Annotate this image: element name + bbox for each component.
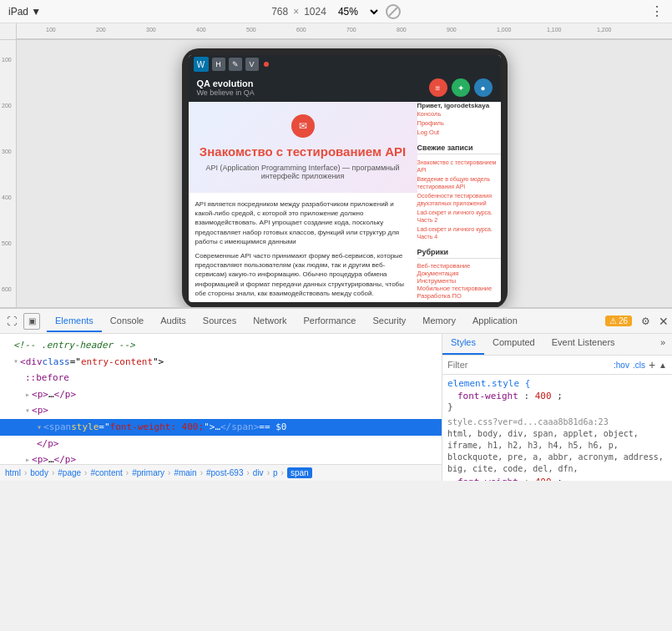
breadcrumb-span[interactable]: span [287, 467, 312, 478]
expand-arrow-5[interactable] [25, 453, 30, 464]
breadcrumb-content[interactable]: #content [90, 468, 122, 477]
breadcrumb-post[interactable]: #post-693 [206, 468, 243, 477]
sidebar-cat-3[interactable]: Инструменты [417, 277, 457, 285]
styles-panel-tabs: Styles Computed Event Listeners » [442, 334, 672, 356]
tab-performance[interactable]: Performance [296, 310, 365, 332]
tree-line-span-selected[interactable]: <span style="font-weight: 400;">…</span>… [0, 419, 442, 436]
hero-title: Знакомство с тестированием API [200, 144, 406, 159]
sidebar-post-5[interactable]: Lad-секрет и личного курса. Часть 4 [417, 226, 493, 240]
devtools-device-button[interactable]: ▣ [23, 313, 40, 330]
filter-cls-button[interactable]: .cls [633, 361, 645, 370]
nav-icon-menu[interactable]: ≡ [429, 78, 447, 97]
sidebar-post-2[interactable]: Введение в общую модель тестирования API [417, 176, 491, 189]
elements-tree[interactable]: <!-- .entry-header --> <div class="entry… [0, 334, 442, 464]
expand-arrow-4[interactable] [37, 421, 42, 434]
tab-security[interactable]: Security [364, 310, 414, 332]
expand-arrow-2[interactable] [25, 388, 30, 401]
sidebar: Привет, igorodetskaya Консоль Профиль Lo… [417, 102, 501, 302]
site-header: QA evolution We believe in QA ≡ ✦ ● [189, 73, 501, 102]
sidebar-cat-4[interactable]: Мобильное тестирование [417, 285, 493, 292]
browser-viewport: W H ✎ V QA evolution We believe in QA ≡ … [17, 40, 672, 307]
sidebar-cat-5[interactable]: Разработка ПО [417, 292, 462, 300]
devtools-close-button[interactable]: ✕ [659, 315, 669, 328]
tab-styles-more[interactable]: » [654, 334, 672, 355]
tree-line-before[interactable]: ::before [0, 370, 442, 386]
expand-arrow-3[interactable] [25, 404, 30, 417]
breadcrumb-html[interactable]: html [5, 468, 21, 477]
sidebar-user: Привет, igorodetskaya Консоль Профиль Lo… [417, 102, 501, 137]
filter-hov-button[interactable]: :hov [614, 361, 629, 370]
element-style-selector: element.style { [447, 378, 667, 389]
tree-line-p-close[interactable]: </p> [0, 436, 442, 452]
sidebar-user-links: Консоль Профиль Log Out [417, 109, 501, 137]
sidebar-link-console[interactable]: Консоль [417, 110, 442, 118]
device-height: 1024 [304, 6, 326, 18]
breadcrumb-page[interactable]: #page [58, 468, 81, 477]
nav-icon-search[interactable]: ✦ [452, 78, 470, 97]
tree-line-p-dots-2[interactable]: <p>…</p> [0, 452, 442, 464]
wp-edit-icon: ✎ [229, 58, 242, 71]
tab-elements[interactable]: Elements [47, 310, 102, 332]
sidebar-cats-title: Рубрики [417, 248, 501, 259]
more-options-button[interactable]: ⋮ [650, 4, 664, 18]
wp-visit-icon: V [245, 58, 259, 71]
styles-content: element.style { font-weight : 400 ; } st… [442, 375, 672, 481]
tree-line-comment[interactable]: <!-- .entry-header --> [0, 337, 442, 354]
wp-logo-icon: W [194, 57, 209, 72]
style-link-1[interactable]: style.css?ver=d...caaa8b81d6a:23 [447, 417, 667, 427]
devtools-settings-button[interactable]: ⚙ [637, 313, 654, 330]
element-style-close: } [447, 401, 667, 412]
devtools-inspect-button[interactable]: ⛶ [3, 313, 20, 330]
zoom-select[interactable]: 45% 50% 75% 100% [331, 4, 381, 19]
top-ruler: 100 200 300 400 500 600 700 800 900 1,00… [17, 23, 672, 39]
no-throttle-icon [386, 4, 401, 19]
hero-icon: ✉ [291, 114, 315, 138]
sidebar-post-1[interactable]: Знакомство с тестированием API [417, 159, 497, 173]
sidebar-link-logout[interactable]: Log Out [417, 129, 440, 136]
tree-line-div-entry-content[interactable]: <div class="entry-content"> [0, 354, 442, 371]
tab-console[interactable]: Console [102, 310, 152, 332]
ipad-screen: W H ✎ V QA evolution We believe in QA ≡ … [189, 55, 501, 302]
left-ruler: 100 200 300 400 500 600 [0, 40, 17, 307]
expand-arrow-1[interactable] [13, 355, 18, 368]
sidebar-categories: Веб-тестирование Документация Инструмент… [417, 262, 501, 300]
sidebar-cat-1[interactable]: Веб-тестирование [417, 262, 471, 270]
elements-panel: <!-- .entry-header --> <div class="entry… [0, 334, 442, 481]
device-selector[interactable]: iPad ▼ [8, 6, 41, 18]
tab-event-listeners[interactable]: Event Listeners [543, 334, 624, 355]
element-style-prop[interactable]: font-weight : 400 ; [447, 391, 667, 401]
tab-styles[interactable]: Styles [442, 334, 484, 355]
breadcrumb-div[interactable]: div [253, 468, 264, 477]
tab-computed[interactable]: Computed [484, 334, 543, 355]
sidebar-cat-2[interactable]: Документация [417, 270, 459, 277]
sidebar-post-3[interactable]: Особенности тестирования двухэтапных при… [417, 193, 492, 206]
nav-icon-user[interactable]: ● [474, 78, 493, 97]
tab-sources[interactable]: Sources [195, 310, 245, 332]
styles-filter-input[interactable] [447, 360, 610, 370]
article-para1: API является посредником между разработч… [195, 199, 411, 246]
dimension-separator: × [293, 6, 299, 18]
tab-memory[interactable]: Memory [414, 310, 464, 332]
site-logo: QA evolution [197, 78, 255, 88]
device-width: 768 [271, 6, 288, 18]
sidebar-post-4[interactable]: Lad-секрет и личного курса. Часть 2 [417, 209, 493, 223]
breadcrumb-p[interactable]: p [273, 468, 278, 477]
ruler-corner [0, 23, 17, 39]
tab-network[interactable]: Network [245, 310, 295, 332]
tab-application[interactable]: Application [464, 310, 526, 332]
tab-audits[interactable]: Audits [152, 310, 195, 332]
styles-panel: Styles Computed Event Listeners » :hov .… [442, 334, 672, 481]
tree-line-p-open[interactable]: <p> [0, 402, 442, 419]
filter-add-button[interactable]: + [649, 358, 655, 371]
breadcrumb-primary[interactable]: #primary [132, 468, 164, 477]
breadcrumb-main[interactable]: #main [174, 468, 196, 477]
warning-badge: ⚠ 26 [605, 316, 632, 326]
ipad-frame: W H ✎ V QA evolution We believe in QA ≡ … [182, 48, 508, 307]
styles-scroll-up[interactable]: ▲ [659, 361, 667, 370]
sidebar-link-profile[interactable]: Профиль [417, 119, 444, 127]
tree-line-p-dots-1[interactable]: <p>…</p> [0, 386, 442, 403]
devtools-panel: ⛶ ▣ Elements Console Audits Sources Netw… [0, 307, 672, 481]
breadcrumb-body[interactable]: body [30, 468, 48, 477]
sidebar-recent-posts: Знакомство с тестированием API Введение … [417, 158, 501, 241]
reset-style-prop[interactable]: font-weight : 400 ; [447, 477, 667, 481]
